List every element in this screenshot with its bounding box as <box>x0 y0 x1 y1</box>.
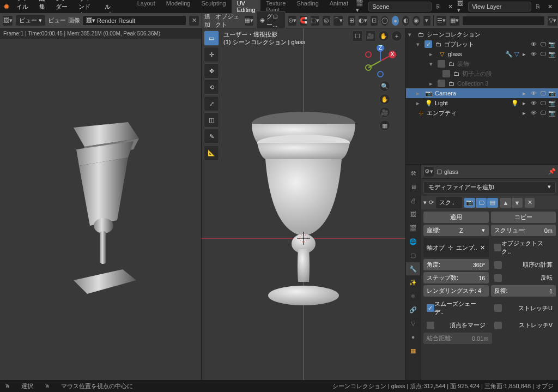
render-steps-field[interactable]: レンダリングステ: 4 <box>423 285 489 297</box>
proptab-world[interactable]: 🌐 <box>406 235 420 248</box>
nav-camera-icon[interactable]: 🎥 <box>379 107 390 118</box>
image-menu[interactable]: 画像 <box>68 16 80 25</box>
shading-material-icon[interactable]: ◐ <box>402 15 410 26</box>
tool-scale[interactable]: ⤢ <box>204 96 219 111</box>
breadcrumb-object[interactable]: glass <box>444 168 458 175</box>
snap-target-icon[interactable]: ⬚▾ <box>310 15 320 26</box>
iterations-field[interactable]: 反復:1 <box>491 285 556 297</box>
transform-orientation[interactable]: ⊕ グロー... <box>256 11 286 31</box>
calc-order-check-row[interactable]: 順序の計算 <box>491 259 556 270</box>
tool-move[interactable]: ✥ <box>204 63 219 79</box>
copy-button[interactable]: コピー <box>491 212 556 223</box>
tree-scene-collection[interactable]: ▾🗀 シーンコレクション <box>406 29 558 39</box>
proptab-particle[interactable]: ✨ <box>406 276 420 289</box>
editor-type-outliner-icon[interactable]: ☰▾ <box>436 15 447 26</box>
outliner-tree[interactable]: ▾🗀 シーンコレクション ▾ ✓ 🗀ゴブレット 👁🖵📷 ▸ ▽glass 🔧▽ … <box>406 28 558 164</box>
nav-pan-icon[interactable]: ✋ <box>379 94 390 105</box>
axis-object-field[interactable]: 軸オブ⊹エンプ..✕ <box>423 238 489 257</box>
nav-persp-icon[interactable]: ▦ <box>379 120 390 131</box>
image-view-menu[interactable]: ビュー ▾ <box>15 15 46 26</box>
view-object-types-icon[interactable]: ☐ <box>352 31 363 41</box>
tree-kiriko-collection[interactable]: 🗀切子上の段 <box>406 69 558 79</box>
overlay-dropdown-icon[interactable]: ◐▾ <box>358 15 368 26</box>
smooth-shade-check-row[interactable]: ✓スムーズシェーデ.. <box>423 298 489 318</box>
restrict-icon[interactable]: 🖵 <box>539 41 547 48</box>
new-scene-icon[interactable]: ⎘ <box>434 2 443 11</box>
delete-viewlayer-icon[interactable]: ✕ <box>545 2 555 11</box>
nav-zoom-icon[interactable]: 🔍 <box>379 81 390 92</box>
steps-field[interactable]: ステップ数:16 <box>423 272 489 284</box>
render-icon[interactable]: 📷 <box>548 41 556 48</box>
pin-icon[interactable]: 📌 <box>548 168 556 175</box>
proptab-render[interactable]: 🖥 <box>406 180 420 194</box>
tool-cursor[interactable]: ✛ <box>204 47 219 62</box>
image-view-label[interactable]: ビュー <box>48 16 66 25</box>
goblet-enable-check[interactable]: ✓ <box>424 40 432 48</box>
mod-editmode-icon[interactable]: ▤ <box>487 198 498 208</box>
tree-camera[interactable]: ▸ 📷Camera ▸👁🖵📷 <box>406 88 558 98</box>
view-add-icon[interactable]: + <box>391 31 402 41</box>
proptab-object[interactable]: ▢ <box>406 249 420 262</box>
editor-type-image-icon[interactable]: 🖼▾ <box>2 15 13 26</box>
display-mode-icon[interactable]: ▦▾ <box>449 15 460 26</box>
proptab-mesh[interactable]: ▽ <box>406 317 420 330</box>
modifier-name-field[interactable]: スク.. <box>436 197 462 208</box>
proptab-scene[interactable]: 🎬 <box>406 221 420 234</box>
merge-verts-check-row[interactable]: 頂点をマージ <box>423 319 489 331</box>
flip-check-row[interactable]: 反転 <box>491 272 556 284</box>
tool-measure[interactable]: 📐 <box>204 145 219 160</box>
add-modifier-dropdown[interactable]: モディファイアーを追加▾ <box>423 181 556 194</box>
delete-scene-icon[interactable]: ✕ <box>446 2 455 11</box>
tree-light[interactable]: ▸ 💡Light 💡 ▸👁🖵📷 <box>406 98 558 108</box>
tree-glass-object[interactable]: ▸ ▽glass 🔧▽ ▸👁🖵📷 <box>406 49 558 59</box>
proptab-output[interactable]: 🖨 <box>406 194 420 207</box>
stretch-v-check-row[interactable]: ストレッチV <box>491 319 556 331</box>
shading-wireframe-icon[interactable]: ◯ <box>380 15 389 26</box>
object-screw-check-row[interactable]: オブジェクトスク.. <box>491 238 556 257</box>
image-close-icon[interactable]: ✕ <box>189 15 199 26</box>
view-gizmo-icon[interactable]: 🎥 <box>365 31 376 41</box>
select-icon[interactable]: ▸ <box>520 51 528 58</box>
outliner-search-input[interactable] <box>462 16 545 26</box>
blender-logo-icon[interactable]: ✹ <box>3 2 10 11</box>
decoration-enable-check[interactable] <box>438 60 445 68</box>
tree-collection-3[interactable]: ▸ 🗀Collection 3 <box>406 79 558 88</box>
mod-movedown-icon[interactable]: ▼ <box>512 198 523 208</box>
navigation-gizmo[interactable]: X Z <box>364 45 397 77</box>
xray-icon[interactable]: ⊡ <box>370 15 378 26</box>
object-screw-check[interactable] <box>494 244 502 251</box>
overlay-icon[interactable]: ⊞ <box>348 15 356 26</box>
new-viewlayer-icon[interactable]: ⎘ <box>533 2 543 11</box>
tool-select-box[interactable]: ▭ <box>204 31 219 46</box>
proptab-viewlayer[interactable]: 🖼 <box>406 208 420 221</box>
proptab-constraint[interactable]: 🔗 <box>406 303 420 316</box>
view-pan-icon[interactable]: ✋ <box>378 31 389 41</box>
proportional-icon[interactable]: ◎ <box>322 15 330 26</box>
modifier-panel-header[interactable]: ▾⟳ スク.. 📷 🖵 ▤ ▲ ▼ ✕ <box>421 196 558 209</box>
proportional-falloff-icon[interactable]: ⌒▾ <box>333 15 343 26</box>
viewport-3d[interactable]: ▭ ✛ ✥ ⟲ ⤢ ◫ ✎ 📐 ユーザー・透視投影 (1) シーンコレクション … <box>202 28 405 380</box>
angle-field[interactable]: 角度:360° <box>423 259 489 270</box>
snap-icon[interactable]: 🧲 <box>299 15 308 26</box>
scene-field[interactable]: Scene <box>368 2 432 11</box>
tool-annotate[interactable]: ✎ <box>204 129 219 144</box>
screw-offset-field[interactable]: スクリュー:0m <box>491 225 556 236</box>
menu-add[interactable]: 追加 <box>204 13 213 29</box>
mode-select-icon[interactable]: ▦▾ <box>244 15 254 26</box>
editor-type-properties-icon[interactable]: ⚙▾ <box>423 166 434 177</box>
mod-realtime-icon[interactable]: 🖵 <box>476 198 487 208</box>
mod-render-icon[interactable]: 📷 <box>464 198 475 208</box>
browse-viewlayer-icon[interactable]: 🖼▾ <box>457 0 466 14</box>
tree-goblet-collection[interactable]: ▾ ✓ 🗀ゴブレット 👁🖵📷 <box>406 39 558 49</box>
pivot-icon[interactable]: ⊙▾ <box>288 15 297 26</box>
viewlayer-field[interactable]: View Layer <box>468 2 531 11</box>
coll3-enable-check[interactable] <box>438 80 445 87</box>
axis-dropdown[interactable]: 座標:Z▾ <box>423 225 489 236</box>
image-datablock[interactable]: 🖼▾ Render Result <box>82 15 186 26</box>
shading-rendered-icon[interactable]: ◉ <box>412 15 420 26</box>
apply-button[interactable]: 適用 <box>423 212 489 223</box>
shading-dropdown-icon[interactable]: ▾ <box>423 15 431 26</box>
mod-moveup-icon[interactable]: ▲ <box>500 198 511 208</box>
proptab-texture[interactable]: ▦ <box>406 344 420 357</box>
stretch-u-check-row[interactable]: ストレッチU <box>491 298 556 318</box>
